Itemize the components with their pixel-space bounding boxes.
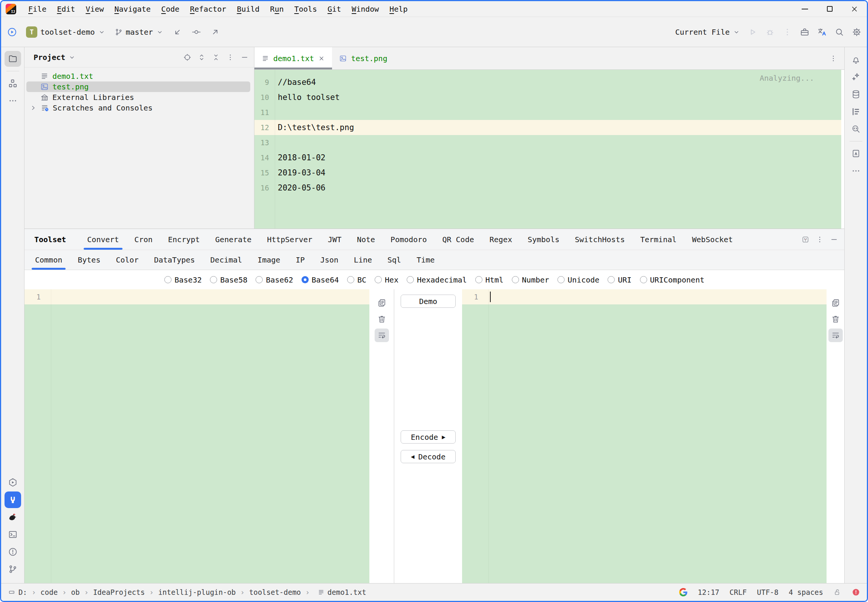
chevron-right-icon[interactable]: [29, 104, 37, 112]
breadcrumb-item[interactable]: code: [40, 588, 71, 596]
convert-subtab[interactable]: Time: [416, 250, 435, 270]
encoding-widget[interactable]: UTF-8: [757, 588, 778, 596]
toolwindow-tab[interactable]: HttpServer: [266, 229, 313, 250]
tree-item-scratches[interactable]: Scratches and Consoles: [26, 103, 250, 113]
hide-toolwindow-icon[interactable]: [830, 235, 838, 244]
menu-item[interactable]: Code: [156, 1, 185, 17]
notifications-button[interactable]: [848, 52, 864, 68]
encoding-radio[interactable]: Number: [512, 275, 549, 284]
convert-subtab[interactable]: Color: [115, 250, 139, 270]
breadcrumb-item[interactable]: IdeaProjects: [93, 588, 158, 596]
convert-output-editor[interactable]: 1: [462, 289, 827, 583]
bird-plugin-button[interactable]: [5, 509, 21, 525]
breadcrumb-item[interactable]: ob: [71, 588, 93, 596]
encode-button[interactable]: Encode ▶: [401, 430, 456, 444]
editor-tab-demo1-txt[interactable]: demo1.txt: [254, 47, 332, 69]
convert-subtab[interactable]: Common: [34, 250, 63, 270]
error-notification-icon[interactable]: [852, 588, 860, 596]
problems-tool-button[interactable]: [5, 544, 21, 560]
menu-item[interactable]: Tools: [289, 1, 322, 17]
encoding-radio[interactable]: Base32: [164, 275, 202, 284]
breadcrumb-file[interactable]: demo1.txt: [317, 588, 366, 596]
menu-item[interactable]: Git: [322, 1, 346, 17]
run-configuration-selector[interactable]: Current File: [675, 28, 741, 37]
soft-wrap-output-button[interactable]: [828, 329, 843, 342]
toolset-tool-button[interactable]: [5, 492, 21, 508]
editor-body[interactable]: 8 9 //base64: [254, 70, 844, 229]
indent-widget[interactable]: 4 spaces: [788, 588, 823, 596]
toolbox-icon[interactable]: [800, 27, 810, 37]
settings-gear-icon[interactable]: [852, 27, 862, 37]
decode-button[interactable]: ◀ Decode: [401, 450, 456, 463]
toolwindow-tab[interactable]: QR Code: [441, 229, 475, 250]
encoding-radio[interactable]: BC: [347, 275, 366, 284]
find-usages-button[interactable]: [848, 121, 864, 137]
encoding-radio[interactable]: URI: [608, 275, 631, 284]
clock-widget[interactable]: 12:17: [698, 588, 719, 596]
toolwindow-tab[interactable]: Generate: [214, 229, 252, 250]
convert-subtab[interactable]: Line: [353, 250, 373, 270]
toolwindow-tab[interactable]: Cron: [134, 229, 153, 250]
close-button[interactable]: [842, 1, 867, 17]
terminal-tool-button[interactable]: [5, 527, 21, 542]
copy-output-button[interactable]: [828, 296, 843, 310]
maximize-button[interactable]: [817, 1, 842, 17]
convert-input-editor[interactable]: 1: [24, 289, 369, 583]
menu-item[interactable]: Build: [231, 1, 265, 17]
code-area[interactable]: 8 9 //base64: [254, 70, 841, 229]
google-translate-engine-icon[interactable]: [679, 588, 687, 596]
menu-item[interactable]: Edit: [52, 1, 80, 17]
project-tool-button[interactable]: [5, 51, 21, 67]
version-control-tool-button[interactable]: [5, 561, 21, 577]
encoding-radio[interactable]: Hexadecimal: [407, 275, 467, 284]
toolwindow-title[interactable]: Toolset: [34, 235, 66, 244]
project-panel-title[interactable]: Project: [34, 53, 76, 62]
expand-all-icon[interactable]: [197, 53, 206, 61]
database-button[interactable]: [848, 86, 864, 102]
convert-subtab[interactable]: Image: [257, 250, 281, 270]
breadcrumb-item[interactable]: toolset-demo: [249, 588, 314, 596]
minimize-button[interactable]: [792, 1, 817, 17]
close-tab-icon[interactable]: [318, 55, 325, 62]
toolwindow-tab[interactable]: Terminal: [640, 229, 677, 250]
encoding-radio[interactable]: Unicode: [557, 275, 599, 284]
run-anything-icon[interactable]: [7, 27, 17, 37]
menu-item[interactable]: Window: [346, 1, 384, 17]
git-update-icon[interactable]: [173, 27, 182, 37]
copy-input-button[interactable]: [375, 296, 389, 310]
encoding-radio[interactable]: Base64: [302, 275, 339, 284]
menu-item[interactable]: Run: [265, 1, 289, 17]
encoding-radio[interactable]: Hex: [375, 275, 398, 284]
services-tool-button[interactable]: [5, 475, 21, 490]
branch-widget[interactable]: master: [115, 28, 164, 37]
collapse-all-icon[interactable]: [212, 53, 220, 61]
soft-wrap-input-button[interactable]: [375, 329, 389, 342]
documentation-button[interactable]: [848, 146, 864, 161]
git-commit-icon[interactable]: [191, 27, 201, 37]
ai-assistant-button[interactable]: [848, 69, 864, 85]
clear-input-button[interactable]: [375, 312, 389, 326]
convert-subtab[interactable]: Json: [320, 250, 339, 270]
encoding-radio[interactable]: Base58: [210, 275, 247, 284]
toolwindow-tab[interactable]: Pomodoro: [390, 229, 427, 250]
convert-subtab[interactable]: Decimal: [210, 250, 243, 270]
toolwindow-tab[interactable]: SwitchHosts: [574, 229, 625, 250]
breadcrumb-item[interactable]: intellij-plugin-ob: [158, 588, 249, 596]
convert-subtab[interactable]: Sql: [387, 250, 402, 270]
editor-tab-test-png[interactable]: test.png: [332, 47, 394, 69]
tab-options-kebab-icon[interactable]: [829, 54, 837, 63]
translate-icon[interactable]: [817, 27, 827, 37]
menu-item[interactable]: Refactor: [185, 1, 231, 17]
lock-open-icon[interactable]: [833, 588, 842, 596]
breadcrumb-item[interactable]: D:: [18, 588, 40, 596]
toolwindow-tab[interactable]: Encrypt: [167, 229, 201, 250]
toolwindow-tab[interactable]: Symbols: [527, 229, 560, 250]
structure-button[interactable]: [848, 104, 864, 120]
convert-subtab[interactable]: Bytes: [77, 250, 101, 270]
debug-icon[interactable]: [765, 27, 775, 37]
modules-tool-button[interactable]: [5, 75, 21, 91]
tree-item-external-libraries[interactable]: External Libraries: [26, 92, 250, 103]
encoding-radio[interactable]: Base62: [256, 275, 293, 284]
tree-item-test-png[interactable]: test.png: [26, 81, 250, 92]
toolwindow-tab[interactable]: Regex: [489, 229, 513, 250]
